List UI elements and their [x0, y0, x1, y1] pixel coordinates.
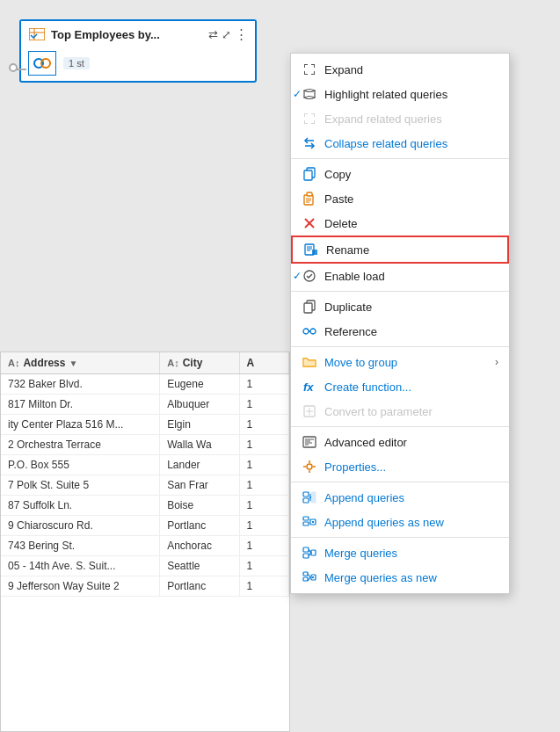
table-cell: Elgin — [160, 415, 239, 435]
query-card-header: Top Employees by... ⇄ ⤢ ⋮ — [21, 21, 255, 47]
address-sort-icon[interactable]: ▼ — [69, 359, 77, 368]
menu-label-convert-param: Convert to parameter — [324, 405, 498, 418]
table-cell: Boise — [160, 496, 239, 516]
menu-divider — [291, 537, 509, 538]
svg-rect-32 — [303, 437, 316, 447]
menu-item-merge-queries[interactable]: Merge queries — [291, 540, 509, 565]
menu-item-merge-new[interactable]: Merge queries as new — [291, 565, 509, 590]
table-row: 9 Chiaroscuro Rd.Portlanc1 — [1, 516, 289, 536]
svg-rect-8 — [304, 170, 312, 180]
svg-point-37 — [307, 464, 312, 469]
table-cell: 1 — [239, 576, 288, 597]
duplicate-icon — [302, 299, 317, 315]
table-row: 7 Polk St. Suite 5San Frar1 — [1, 475, 289, 496]
menu-divider — [291, 158, 509, 159]
table-cell: 05 - 14th Ave. S. Suit... — [1, 556, 160, 576]
col-label-city: City — [183, 357, 203, 369]
table-cell: 9 Chiaroscuro Rd. — [1, 516, 160, 536]
more-icon[interactable]: ⋮ — [235, 26, 248, 42]
table-cell: 87 Suffolk Ln. — [1, 496, 160, 516]
menu-label-advanced-editor: Advanced editor — [324, 436, 498, 449]
menu-item-duplicate[interactable]: Duplicate — [291, 294, 509, 319]
table-row: 743 Bering St.Anchorac1 — [1, 536, 289, 556]
menu-item-expand[interactable]: Expand — [291, 57, 509, 82]
menu-item-append-queries[interactable]: Append queries — [291, 485, 509, 510]
table-cell: 1 — [239, 415, 288, 435]
svg-rect-27 — [303, 360, 316, 366]
menu-label-expand: Expand — [324, 63, 498, 76]
table-cell: 743 Bering St. — [1, 536, 160, 556]
svg-text:fx: fx — [303, 380, 314, 394]
col-label-other: A — [247, 357, 255, 369]
table-row: 2 Orchestra TerraceWalla Wa1 — [1, 435, 289, 455]
table-row: 732 Baker Blvd.Eugene1 — [1, 374, 289, 395]
menu-label-create-function: Create function... — [324, 380, 498, 394]
svg-rect-10 — [307, 192, 312, 196]
menu-label-reference: Reference — [324, 325, 498, 338]
menu-item-paste[interactable]: Paste — [291, 186, 509, 211]
query-body-icon — [28, 51, 56, 76]
menu-item-create-function[interactable]: fxCreate function... — [291, 374, 509, 399]
expand-related-icon — [302, 111, 317, 127]
merge-icon — [302, 545, 317, 561]
table-cell: Lander — [160, 455, 239, 475]
city-type-icon: A↕ — [167, 358, 178, 368]
svg-rect-56 — [303, 577, 308, 581]
col-header-other[interactable]: A — [239, 352, 288, 374]
table-cell: Albuquer — [160, 395, 239, 415]
table-cell: ity Center Plaza 516 M... — [1, 415, 160, 435]
table-cell: 1 — [239, 475, 288, 496]
col-header-address[interactable]: A↕ Address ▼ — [1, 352, 160, 374]
table-cell: Portlanc — [160, 516, 239, 536]
expand-icon-btn[interactable]: ⤢ — [222, 28, 231, 41]
table-row: 817 Milton Dr.Albuquer1 — [1, 395, 289, 415]
menu-item-properties[interactable]: Properties... — [291, 454, 509, 479]
menu-item-copy[interactable]: Copy — [291, 162, 509, 186]
table-cell: 2 Orchestra Terrace — [1, 435, 160, 455]
table-row: 87 Suffolk Ln.Boise1 — [1, 496, 289, 516]
table-cell: 1 — [239, 496, 288, 516]
svg-rect-42 — [303, 492, 309, 496]
address-type-icon: A↕ — [8, 358, 19, 368]
table-cell: 1 — [239, 516, 288, 536]
menu-label-properties: Properties... — [324, 460, 498, 474]
menu-label-collapse-related: Collapse related queries — [324, 137, 498, 150]
enable-icon — [302, 268, 317, 284]
menu-item-advanced-editor[interactable]: Advanced editor — [291, 430, 509, 454]
menu-label-append-queries: Append queries — [324, 491, 498, 504]
menu-item-reference[interactable]: Reference — [291, 319, 509, 344]
svg-rect-48 — [303, 522, 309, 525]
menu-item-collapse-related[interactable]: Collapse related queries — [291, 131, 509, 156]
highlight-icon — [302, 86, 317, 102]
menu-item-move-to-group[interactable]: Move to group› — [291, 350, 509, 374]
collapse-related-icon — [302, 135, 317, 151]
share-icon[interactable]: ⇄ — [208, 28, 218, 41]
data-table: A↕ Address ▼ A↕ City A — [1, 352, 289, 597]
menu-item-append-new[interactable]: Append queries as new — [291, 510, 509, 534]
table-cell: 1 — [239, 536, 288, 556]
menu-label-merge-queries: Merge queries — [324, 547, 498, 560]
menu-label-copy: Copy — [324, 168, 498, 181]
connector-line — [16, 69, 26, 70]
convert-icon — [302, 403, 317, 419]
table-cell: 1 — [239, 556, 288, 576]
append-icon — [302, 489, 317, 505]
col-label-address: Address — [23, 357, 65, 369]
step-badge: 1 st — [63, 57, 90, 69]
menu-item-expand-related: Expand related queries — [291, 106, 509, 131]
table-cell: Eugene — [160, 374, 239, 395]
menu-label-duplicate: Duplicate — [324, 301, 498, 314]
menu-item-delete[interactable]: Delete — [291, 211, 509, 236]
table-cell: Portlanc — [160, 576, 239, 597]
table-cell: 732 Baker Blvd. — [1, 374, 160, 395]
table-cell: 9 Jefferson Way Suite 2 — [1, 576, 160, 597]
expand-icon — [302, 62, 317, 77]
menu-item-highlight-related[interactable]: Highlight related queries — [291, 82, 509, 106]
table-cell: 817 Milton Dr. — [1, 395, 160, 415]
query-card: Top Employees by... ⇄ ⤢ ⋮ 1 st — [19, 19, 257, 83]
menu-item-enable-load[interactable]: Enable load — [291, 264, 509, 288]
menu-item-rename[interactable]: Rename — [291, 236, 509, 264]
svg-rect-52 — [303, 547, 309, 552]
col-header-city[interactable]: A↕ City — [160, 352, 239, 374]
paste-icon — [302, 191, 317, 207]
